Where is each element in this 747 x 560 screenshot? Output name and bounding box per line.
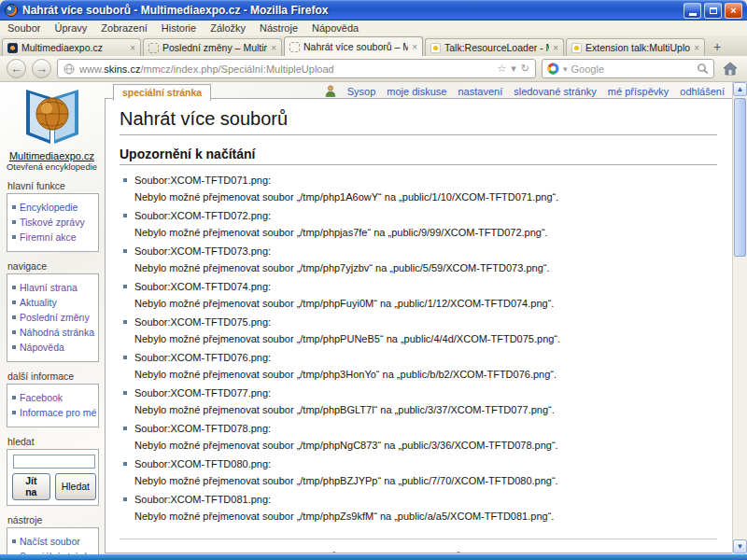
sidebar-section-navigation: navigace Hlavní strana Aktuality Posledn…: [7, 260, 99, 362]
upload-error-item: Soubor:XCOM-TFTD074.png: Nebylo možné př…: [123, 280, 717, 311]
forward-button[interactable]: →: [32, 59, 51, 78]
close-icon: ×: [730, 5, 736, 16]
tab-favicon-icon: [148, 43, 159, 53]
vertical-scrollbar[interactable]: ▲ ▼: [732, 82, 747, 553]
bullet-icon: [12, 396, 16, 399]
personal-link[interactable]: nastavení: [458, 86, 502, 97]
scroll-up-icon[interactable]: ▲: [733, 82, 747, 96]
sidebar-link[interactable]: Nápověda: [12, 342, 96, 353]
menu-item[interactable]: Soubor: [7, 22, 40, 34]
magnifier-icon[interactable]: [697, 63, 709, 75]
url-domain: skins.cz: [104, 63, 140, 75]
sidebar-link[interactable]: Informace pro média: [12, 407, 96, 418]
menu-item[interactable]: Nápověda: [312, 22, 359, 34]
upload-info-paragraph: Níže uvedený formulář slouží k načtení s…: [120, 549, 717, 553]
personal-link[interactable]: Sysop: [347, 86, 376, 97]
upload-error-list: Soubor:XCOM-TFTD071.png: Nebylo možné př…: [123, 174, 717, 524]
restore-button[interactable]: [704, 3, 722, 19]
sidebar-link[interactable]: Facebook: [12, 392, 96, 403]
bookmark-star-icon[interactable]: ☆: [497, 63, 506, 75]
search-button[interactable]: Hledat: [55, 473, 96, 500]
firefox-icon: [5, 4, 18, 17]
url-prefix: www.: [79, 63, 104, 75]
address-bar[interactable]: www.skins.cz/mmcz/index.php/Speciální:Mu…: [57, 59, 536, 78]
error-file-name: Soubor:XCOM-TFTD075.png:: [123, 315, 717, 329]
logo-globe-book-icon: [21, 86, 84, 147]
upload-error-item: Soubor:XCOM-TFTD076.png: Nebylo možné př…: [123, 351, 717, 382]
error-file-name: Soubor:XCOM-TFTD073.png:: [123, 245, 717, 259]
bullet-icon: [12, 330, 16, 334]
browser-tab[interactable]: Multimediaexpo.cz ×: [2, 38, 141, 56]
menu-item[interactable]: Záložky: [210, 22, 246, 34]
browser-window: { "window": { "title": "Nahrát více soub…: [0, 0, 747, 560]
page-title: Nahrát více souborů: [120, 108, 717, 135]
personal-link[interactable]: sledované stránky: [514, 86, 597, 97]
tab-bar: Multimediaexpo.cz × Poslední změny – Mul…: [0, 35, 747, 56]
sidebar-link[interactable]: Poslední změny: [12, 312, 96, 323]
error-message: Nebylo možné přejmenovat soubor „/tmp/ph…: [134, 190, 717, 204]
back-button[interactable]: ←: [7, 59, 26, 78]
logo-title[interactable]: Multimediaexpo.cz: [0, 150, 104, 161]
scroll-down-icon[interactable]: ▼: [733, 539, 747, 553]
section-heading: Upozornění k načítání: [120, 147, 717, 165]
bullet-icon: [12, 235, 16, 239]
error-file-name: Soubor:XCOM-TFTD077.png:: [123, 386, 717, 400]
tab-label: Talk:ResourceLoader - MediaWiki: [444, 42, 549, 53]
error-message: Nebylo možné přejmenovat soubor „/tmp/ph…: [134, 297, 717, 311]
menu-bar: Soubor Úpravy Zobrazení Historie Záložky…: [0, 21, 747, 35]
home-button[interactable]: [720, 59, 740, 79]
personal-link[interactable]: mé příspěvky: [608, 86, 669, 97]
sidebar-link[interactable]: Tiskové zprávy: [12, 217, 96, 228]
tab-close-icon[interactable]: ×: [130, 43, 135, 53]
tab-close-icon[interactable]: ×: [412, 42, 417, 52]
sidebar-link[interactable]: Náhodná stránka: [12, 327, 96, 338]
menu-item[interactable]: Úpravy: [54, 22, 87, 34]
menu-item[interactable]: Nástroje: [260, 22, 298, 34]
tab-close-icon[interactable]: ×: [694, 43, 699, 53]
url-text[interactable]: www.skins.cz/mmcz/index.php/Speciální:Mu…: [79, 63, 492, 75]
sidebar-link[interactable]: Firemní akce: [12, 231, 96, 243]
section-title: hledat: [7, 436, 99, 447]
search-engine-dropdown-icon[interactable]: ▾: [563, 64, 568, 74]
minimize-button[interactable]: [684, 3, 701, 19]
reload-icon[interactable]: ↻: [521, 63, 529, 75]
browser-tab[interactable]: Poslední změny – Multimediaexpo.cz ×: [143, 38, 282, 56]
scrollbar-thumb[interactable]: [734, 98, 746, 257]
article-content: Nahrát více souborů Upozornění k načítán…: [105, 98, 732, 553]
sidebar-link[interactable]: Hlavní strana: [12, 282, 96, 293]
tab-label: Nahrát více souborů – Multimediaex...: [303, 41, 408, 52]
special-page-tab[interactable]: speciální stránka: [113, 84, 211, 101]
wiki-search-input[interactable]: [13, 455, 95, 469]
bullet-icon: [12, 220, 16, 224]
section-divider: [120, 539, 717, 539]
menu-item[interactable]: Historie: [162, 22, 196, 34]
tab-close-icon[interactable]: ×: [271, 43, 276, 53]
window-titlebar[interactable]: Nahrát více souborů - Multimediaexpo.cz …: [0, 0, 747, 21]
sidebar-link[interactable]: Encyklopedie: [12, 202, 96, 213]
personal-link[interactable]: moje diskuse: [387, 86, 446, 97]
personal-link[interactable]: odhlášení: [680, 86, 725, 97]
minimize-icon: [689, 13, 697, 16]
sidebar-link[interactable]: Načíst soubor: [12, 536, 96, 547]
error-message: Nebylo možné přejmenovat soubor „/tmp/ph…: [134, 439, 717, 453]
browser-tab[interactable]: Extension talk:MultiUpload - Media... ×: [566, 38, 705, 56]
url-dropdown-icon[interactable]: ▾: [511, 63, 516, 75]
tab-label: Multimediaexpo.cz: [21, 42, 126, 53]
go-button[interactable]: Jít na: [12, 473, 50, 500]
tab-favicon-icon: [289, 42, 300, 52]
error-message: Nebylo možné přejmenovat soubor „/tmp/ph…: [134, 332, 717, 346]
menu-item[interactable]: Zobrazení: [101, 22, 148, 34]
site-logo[interactable]: Multimediaexpo.cz Otevřená encyklopedie: [0, 86, 104, 172]
close-button[interactable]: ×: [725, 3, 742, 19]
upload-error-item: Soubor:XCOM-TFTD077.png: Nebylo možné př…: [123, 386, 717, 417]
personal-bar: Sysop moje diskuse nastavení sledované s…: [325, 85, 725, 97]
search-input[interactable]: Google: [571, 63, 693, 75]
new-tab-button[interactable]: +: [707, 38, 727, 55]
upload-error-item: Soubor:XCOM-TFTD081.png: Nebylo možné př…: [123, 493, 717, 524]
browser-tab[interactable]: Talk:ResourceLoader - MediaWiki ×: [425, 38, 564, 56]
browser-tab[interactable]: Nahrát více souborů – Multimediaex... ×: [284, 36, 423, 56]
search-bar[interactable]: ▾ Google: [542, 59, 714, 78]
sidebar-link[interactable]: Aktuality: [12, 297, 96, 308]
taskbar-edge: [0, 554, 747, 560]
tab-close-icon[interactable]: ×: [553, 43, 558, 53]
